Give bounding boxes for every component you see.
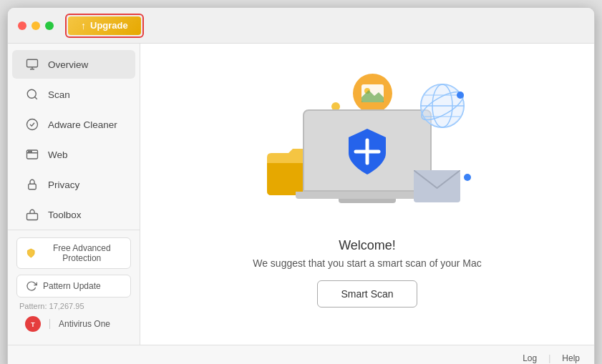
welcome-title: Welcome! bbox=[253, 238, 482, 253]
svg-point-9 bbox=[31, 151, 32, 152]
privacy-icon bbox=[25, 177, 39, 192]
content-area: Welcome! We suggest that you start a sma… bbox=[140, 44, 594, 345]
welcome-section: Welcome! We suggest that you start a sma… bbox=[253, 238, 482, 269]
upgrade-label: Upgrade bbox=[90, 20, 128, 31]
smart-scan-label: Smart Scan bbox=[341, 288, 393, 300]
sidebar-item-toolbox[interactable]: Toolbox bbox=[12, 200, 135, 229]
advanced-protection-button[interactable]: Free Advanced Protection bbox=[16, 237, 131, 269]
smart-scan-button[interactable]: Smart Scan bbox=[317, 280, 417, 308]
web-icon bbox=[25, 147, 39, 162]
pattern-info: Pattern: 17,267.95 bbox=[16, 302, 131, 310]
brand-name: Antivirus One bbox=[59, 319, 110, 329]
sidebar-item-label: Web bbox=[48, 149, 68, 160]
window-footer: Log | Help bbox=[8, 345, 594, 364]
sidebar-item-label: Scan bbox=[48, 89, 70, 100]
svg-rect-0 bbox=[27, 59, 38, 67]
sidebar-item-scan[interactable]: Scan bbox=[12, 80, 135, 109]
blue-dot-decoration bbox=[464, 174, 471, 181]
svg-text:T: T bbox=[31, 321, 35, 328]
sidebar-item-adware-cleaner[interactable]: Adware Cleaner bbox=[12, 110, 135, 139]
welcome-subtitle: We suggest that you start a smart scan o… bbox=[253, 257, 482, 269]
upgrade-button[interactable]: ↑ Upgrade bbox=[68, 16, 141, 35]
upgrade-arrow-icon: ↑ bbox=[81, 20, 86, 31]
advanced-protection-label: Free Advanced Protection bbox=[42, 243, 122, 263]
traffic-lights bbox=[18, 21, 54, 30]
titlebar: ↑ Upgrade bbox=[8, 8, 594, 44]
pattern-update-button[interactable]: Pattern Update bbox=[16, 275, 131, 297]
app-window: ↑ Upgrade Overview bbox=[7, 7, 595, 364]
sidebar-item-label: Toolbox bbox=[48, 210, 82, 220]
pattern-update-label: Pattern Update bbox=[43, 281, 101, 291]
svg-point-8 bbox=[29, 151, 30, 152]
sidebar-item-overview[interactable]: Overview bbox=[12, 50, 135, 79]
scan-icon bbox=[25, 87, 39, 102]
toolbox-icon bbox=[25, 207, 39, 222]
hero-illustration bbox=[253, 67, 482, 224]
brand-footer: T Antivirus One bbox=[16, 310, 131, 335]
sidebar-item-web[interactable]: Web bbox=[12, 140, 135, 169]
svg-point-3 bbox=[27, 89, 36, 98]
sidebar-item-label: Privacy bbox=[48, 179, 79, 190]
minimize-button[interactable] bbox=[31, 21, 40, 30]
envelope-icon bbox=[414, 170, 460, 202]
pattern-value: Pattern: 17,267.95 bbox=[19, 302, 84, 310]
svg-rect-10 bbox=[29, 184, 37, 190]
maximize-button[interactable] bbox=[45, 21, 54, 30]
svg-point-5 bbox=[27, 119, 38, 130]
main-content: Overview Scan Adware Cle bbox=[8, 44, 594, 345]
svg-rect-11 bbox=[27, 214, 38, 220]
sidebar-item-label: Adware Cleaner bbox=[48, 119, 117, 130]
log-link[interactable]: Log bbox=[523, 353, 537, 363]
image-icon bbox=[353, 74, 392, 113]
shield-gold-icon bbox=[26, 247, 37, 260]
help-link[interactable]: Help bbox=[562, 353, 580, 363]
globe-icon bbox=[417, 81, 467, 131]
sidebar-item-label: Overview bbox=[48, 59, 88, 70]
sidebar-bottom: Free Advanced Protection Pattern Update … bbox=[8, 230, 140, 342]
adware-cleaner-icon bbox=[25, 117, 39, 132]
overview-icon bbox=[25, 57, 39, 72]
sidebar-item-privacy[interactable]: Privacy bbox=[12, 170, 135, 199]
sidebar: Overview Scan Adware Cle bbox=[8, 44, 140, 345]
svg-line-4 bbox=[34, 97, 37, 99]
brand-divider bbox=[49, 319, 50, 329]
svg-point-31 bbox=[457, 92, 464, 99]
trend-micro-logo-icon: T bbox=[25, 316, 41, 332]
close-button[interactable] bbox=[18, 21, 26, 30]
footer-divider: | bbox=[548, 353, 550, 363]
upgrade-btn-highlight: ↑ Upgrade bbox=[65, 14, 144, 38]
refresh-icon bbox=[26, 280, 37, 292]
